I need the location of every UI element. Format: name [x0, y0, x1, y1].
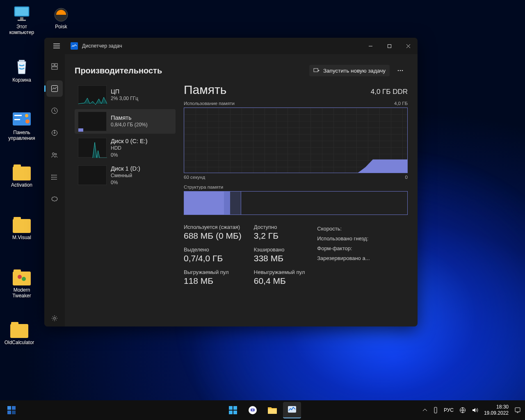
- perf-item-0[interactable]: ЦП2% 3,00 ГГц: [75, 83, 176, 107]
- svg-rect-34: [12, 406, 16, 410]
- system-tray: РУС 18:30 19.09.2022: [422, 404, 521, 416]
- run-new-task-button[interactable]: Запустить новую задачу: [309, 65, 390, 76]
- clock[interactable]: 18:30 19.09.2022: [484, 404, 509, 416]
- desktop-icon-панель-управления[interactable]: Панельуправления: [3, 112, 40, 141]
- memory-usage-graph[interactable]: [184, 107, 408, 173]
- avail-value: 3,2 ГБ: [254, 231, 305, 241]
- perf-line2: 0,8/4,0 ГБ (20%): [111, 121, 148, 128]
- meta-slots: Использовано гнезд:: [317, 234, 370, 244]
- hamburger-button[interactable]: [47, 38, 66, 54]
- rail-settings[interactable]: [46, 310, 63, 326]
- desktop-icon-activation[interactable]: Activation: [3, 164, 40, 188]
- rail-details[interactable]: [46, 169, 63, 185]
- tray-network-icon[interactable]: [459, 407, 466, 413]
- svg-point-25: [51, 177, 52, 178]
- task-manager-button[interactable]: [283, 402, 301, 418]
- svg-rect-16: [55, 64, 57, 66]
- composition-label: Структура памяти: [184, 185, 408, 189]
- svg-point-30: [400, 70, 401, 71]
- svg-point-13: [22, 277, 26, 281]
- cached-label: Кэшировано: [254, 247, 305, 253]
- usage-max: 4,0 ГБ: [394, 101, 408, 106]
- desktop-icon-oldcalculator[interactable]: OldCalculator: [1, 322, 38, 345]
- meta-form: Форм-фактор:: [317, 244, 370, 253]
- close-button[interactable]: [399, 38, 418, 54]
- titlebar[interactable]: Диспетчер задач: [44, 38, 418, 54]
- widgets-button[interactable]: [4, 403, 19, 418]
- svg-point-24: [51, 175, 52, 176]
- perf-thumb: [78, 85, 107, 105]
- page-title: Производительность: [75, 66, 162, 75]
- perf-title: Диск 1 (D:): [111, 165, 140, 172]
- window-controls: [361, 38, 418, 54]
- svg-rect-39: [229, 411, 233, 414]
- tray-chevron-icon[interactable]: [422, 409, 427, 412]
- rail-performance[interactable]: [46, 80, 63, 97]
- desktop-icon-m-visual[interactable]: M.Visual: [3, 217, 40, 240]
- memory-composition[interactable]: [184, 191, 408, 215]
- svg-rect-37: [229, 406, 233, 410]
- tray-usb-icon[interactable]: [433, 407, 438, 413]
- nonpaged-label: Невыгружаемый пул: [254, 269, 305, 275]
- rail-services[interactable]: [46, 191, 63, 208]
- svg-rect-40: [233, 411, 237, 414]
- comp-in-use: [184, 192, 224, 215]
- clock-date: 19.09.2022: [484, 410, 509, 416]
- chat-button[interactable]: [244, 402, 262, 418]
- paged-label: Выгружаемый пул: [184, 269, 242, 275]
- svg-rect-33: [7, 406, 11, 410]
- nonpaged-value: 60,4 МБ: [254, 276, 305, 286]
- app-title: Диспетчер задач: [82, 43, 122, 49]
- svg-rect-6: [19, 60, 25, 62]
- maximize-button[interactable]: [380, 38, 399, 54]
- svg-rect-32: [78, 128, 83, 132]
- used-label: Используется (сжатая): [184, 224, 242, 230]
- perf-line3: 0%: [111, 179, 140, 186]
- start-button[interactable]: [224, 402, 242, 418]
- svg-rect-35: [7, 411, 11, 414]
- comp-free: [241, 192, 407, 215]
- meta-reserved: Зарезервировано а...: [317, 253, 370, 263]
- desktop-icon-корзина[interactable]: Корзина: [3, 59, 40, 83]
- rail-processes[interactable]: [46, 58, 63, 75]
- meta-column: Скорость: Использовано гнезд: Форм-факто…: [317, 224, 370, 286]
- perf-thumb: [78, 165, 107, 185]
- committed-value: 0,7/4,0 ГБ: [184, 253, 242, 263]
- svg-point-23: [55, 153, 57, 155]
- perf-line2: Сменный: [111, 172, 140, 179]
- svg-rect-1: [15, 7, 28, 16]
- minimize-button[interactable]: [361, 38, 380, 54]
- perf-thumb: [78, 138, 107, 158]
- detail-pane: Память 4,0 ГБ DDR Использование памяти 4…: [184, 83, 408, 318]
- desktop-icon-modern-tweaker[interactable]: ModernTweaker: [3, 269, 40, 299]
- tray-volume-icon[interactable]: [472, 407, 478, 413]
- perf-item-2[interactable]: Диск 0 (C: E:)HDD0%: [75, 135, 176, 161]
- svg-point-29: [398, 70, 399, 71]
- task-manager-window: Диспетчер задач Производительность: [44, 38, 418, 326]
- perf-item-1[interactable]: Память0,8/4,0 ГБ (20%): [75, 109, 176, 134]
- perf-line3: 0%: [111, 152, 148, 159]
- perf-title: Диск 0 (C: E:): [111, 138, 148, 145]
- svg-point-27: [54, 317, 56, 320]
- content-area: Производительность Запустить новую задач…: [65, 54, 418, 326]
- language-indicator[interactable]: РУС: [444, 407, 454, 413]
- taskbar: РУС 18:30 19.09.2022: [0, 400, 525, 420]
- svg-point-22: [52, 153, 55, 155]
- rail-users[interactable]: [46, 147, 63, 163]
- svg-rect-17: [52, 67, 57, 69]
- explorer-button[interactable]: [263, 402, 281, 418]
- perf-item-3[interactable]: Диск 1 (D:)Сменный0%: [75, 163, 176, 189]
- rail-startup[interactable]: [46, 125, 63, 141]
- more-button[interactable]: [393, 64, 408, 77]
- desktop-icon-этот-компьютер[interactable]: Этоткомпьютер: [3, 6, 40, 35]
- notifications-button[interactable]: [514, 407, 521, 413]
- graph-fill: [358, 159, 407, 173]
- svg-rect-46: [434, 407, 437, 413]
- desktop-icon-poisk[interactable]: Poisk: [43, 6, 80, 30]
- rail-history[interactable]: [46, 103, 63, 119]
- stats-block: Используется (сжатая) 688 МБ (0 МБ) Выде…: [184, 224, 408, 286]
- svg-point-26: [51, 179, 52, 180]
- nav-rail: [44, 54, 65, 326]
- svg-rect-44: [268, 409, 277, 414]
- svg-point-9: [25, 114, 28, 117]
